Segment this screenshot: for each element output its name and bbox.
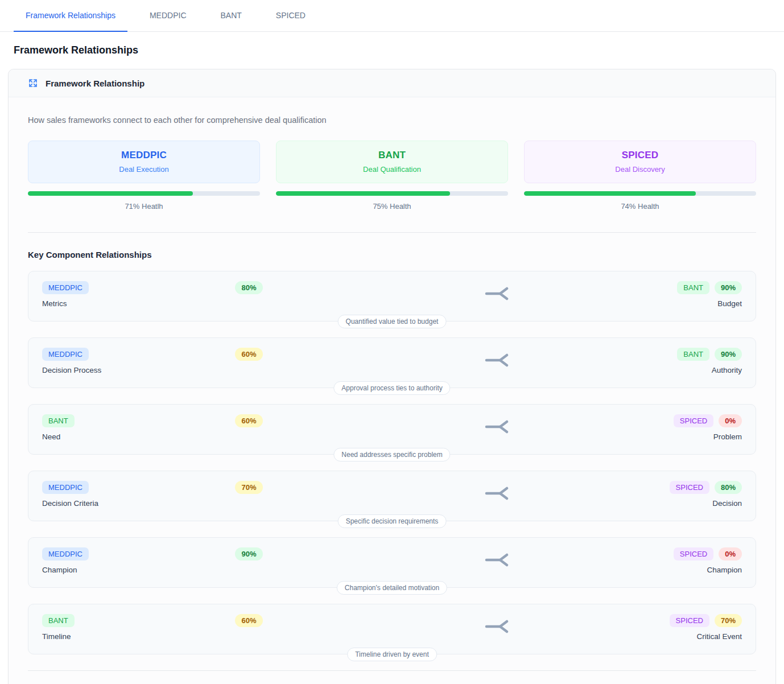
score-badge: 90% bbox=[715, 348, 742, 361]
score-badge: 0% bbox=[719, 414, 742, 427]
relationship-right: SPICED 0% Champion bbox=[522, 547, 742, 574]
expand-icon[interactable] bbox=[28, 78, 38, 88]
tab[interactable]: SPICED bbox=[264, 0, 317, 32]
score-badge: 80% bbox=[235, 281, 262, 294]
relationship-right-badges: BANT 90% bbox=[677, 281, 742, 294]
divider bbox=[28, 670, 756, 671]
framework-role: Deal Execution bbox=[34, 165, 254, 174]
divider bbox=[28, 232, 756, 233]
framework-relationship-panel: Framework Relationship How sales framewo… bbox=[8, 69, 776, 684]
page-title: Framework Relationships bbox=[0, 44, 784, 56]
panel-title: Framework Relationship bbox=[46, 79, 145, 88]
component-name: Champion bbox=[707, 566, 742, 574]
relationship-right-badges: SPICED 0% bbox=[674, 547, 742, 561]
tab-label: SPICED bbox=[276, 11, 306, 20]
framework-card: MEDDPIC Deal Execution bbox=[28, 141, 260, 183]
relationship-note: Approval process ties to authority bbox=[333, 381, 450, 395]
health-label: 74% Health bbox=[524, 202, 756, 211]
score-badge: 60% bbox=[235, 414, 262, 427]
score-badge: 80% bbox=[715, 481, 742, 494]
relationship-arrow-icon bbox=[485, 553, 510, 570]
relationship-row: BANT Timeline 60% SPICED 70% Critical Ev… bbox=[28, 604, 756, 654]
relationships-list: MEDDPIC Metrics 80% BANT 90% Budget Quan… bbox=[28, 271, 756, 654]
score-badge: 70% bbox=[715, 614, 742, 627]
framework-role: Deal Qualification bbox=[282, 165, 502, 174]
framework-role: Deal Discovery bbox=[530, 165, 750, 174]
panel-header: Framework Relationship bbox=[9, 69, 775, 97]
relationship-left-framework: MEDDPIC Decision Criteria bbox=[42, 481, 98, 508]
relationship-right-badges: SPICED 70% bbox=[670, 614, 742, 627]
tab[interactable]: BANT bbox=[209, 0, 254, 32]
score-badge: 90% bbox=[715, 281, 742, 294]
score-badge: 60% bbox=[235, 614, 262, 627]
framework-badge: MEDDPIC bbox=[42, 348, 89, 361]
framework-card: BANT Deal Qualification bbox=[276, 141, 508, 183]
framework-summary: SPICED Deal Discovery 74% Health bbox=[524, 141, 756, 211]
score-badge: 60% bbox=[235, 348, 262, 361]
relationship-row: MEDDPIC Metrics 80% BANT 90% Budget Quan… bbox=[28, 271, 756, 322]
relationship-note: Quantified value tied to budget bbox=[338, 315, 447, 328]
health-label: 71% Heatlh bbox=[28, 202, 260, 211]
score-badge: 70% bbox=[235, 481, 262, 494]
framework-summary-grid: MEDDPIC Deal Execution 71% Heatlh BANT D… bbox=[28, 141, 756, 211]
health-progress-fill bbox=[276, 191, 450, 196]
health-progressbar bbox=[28, 191, 260, 196]
framework-name: SPICED bbox=[530, 150, 750, 161]
score-badge: 0% bbox=[719, 547, 742, 561]
framework-name: BANT bbox=[282, 150, 502, 161]
relationship-arrow-icon bbox=[485, 286, 510, 303]
relationship-arrow-icon bbox=[485, 619, 510, 636]
framework-card: SPICED Deal Discovery bbox=[524, 141, 756, 183]
framework-badge: SPICED bbox=[670, 481, 709, 494]
relationship-left: BANT Timeline 60% bbox=[42, 614, 473, 641]
relationship-arrow bbox=[473, 486, 522, 503]
relationship-note: Specific decision requirements bbox=[338, 514, 447, 528]
relationship-left: MEDDPIC Champion 90% bbox=[42, 547, 473, 574]
relationship-left-framework: BANT Need bbox=[42, 414, 75, 441]
component-name: Budget bbox=[717, 299, 742, 308]
framework-badge: BANT bbox=[677, 281, 709, 294]
component-name: Decision Criteria bbox=[42, 499, 98, 508]
relationship-right: BANT 90% Authority bbox=[522, 348, 742, 374]
relationship-right-badges: BANT 90% bbox=[677, 348, 742, 361]
health-progressbar bbox=[276, 191, 508, 196]
component-name: Metrics bbox=[42, 299, 67, 308]
framework-badge: MEDDPIC bbox=[42, 281, 89, 294]
tab[interactable]: MEDDPIC bbox=[138, 0, 199, 32]
relationship-arrow bbox=[473, 419, 522, 436]
tab-label: MEDDPIC bbox=[150, 11, 187, 20]
relationship-left: MEDDPIC Metrics 80% bbox=[42, 281, 473, 308]
framework-badge: MEDDPIC bbox=[42, 481, 89, 494]
relationship-arrow bbox=[473, 353, 522, 370]
relationship-left-framework: MEDDPIC Decision Process bbox=[42, 348, 101, 374]
health-progress-fill bbox=[28, 191, 193, 196]
relationship-arrow-icon bbox=[485, 419, 510, 436]
relationship-right: SPICED 80% Decision bbox=[522, 481, 742, 508]
framework-badge: MEDDPIC bbox=[42, 547, 89, 561]
component-name: Problem bbox=[713, 432, 742, 441]
relationship-left-framework: BANT Timeline bbox=[42, 614, 75, 641]
component-name: Decision bbox=[712, 499, 742, 508]
tab-label: BANT bbox=[221, 11, 242, 20]
framework-name: MEDDPIC bbox=[34, 150, 254, 161]
tab-bar: Framework Relationships MEDDPIC BANT SPI… bbox=[0, 0, 784, 32]
tab[interactable]: Framework Relationships bbox=[14, 0, 127, 32]
health-label: 75% Health bbox=[276, 202, 508, 211]
relationship-right: SPICED 70% Critical Event bbox=[522, 614, 742, 641]
panel-body: How sales frameworks connect to each oth… bbox=[9, 97, 775, 684]
framework-badge: SPICED bbox=[674, 414, 713, 427]
relationship-left-framework: MEDDPIC Metrics bbox=[42, 281, 89, 308]
component-name: Decision Process bbox=[42, 366, 101, 374]
relationship-arrow bbox=[473, 286, 522, 303]
framework-badge: SPICED bbox=[670, 614, 709, 627]
component-name: Champion bbox=[42, 566, 77, 574]
relationship-left: BANT Need 60% bbox=[42, 414, 473, 441]
framework-badge: BANT bbox=[677, 348, 709, 361]
relationship-row: MEDDPIC Decision Process 60% BANT 90% Au… bbox=[28, 337, 756, 388]
tab-label: Framework Relationships bbox=[26, 11, 115, 20]
framework-summary: BANT Deal Qualification 75% Health bbox=[276, 141, 508, 211]
score-badge: 90% bbox=[235, 547, 262, 561]
relationship-row: BANT Need 60% SPICED 0% Problem Need add… bbox=[28, 404, 756, 455]
component-name: Timeline bbox=[42, 632, 71, 641]
relationship-arrow bbox=[473, 619, 522, 636]
